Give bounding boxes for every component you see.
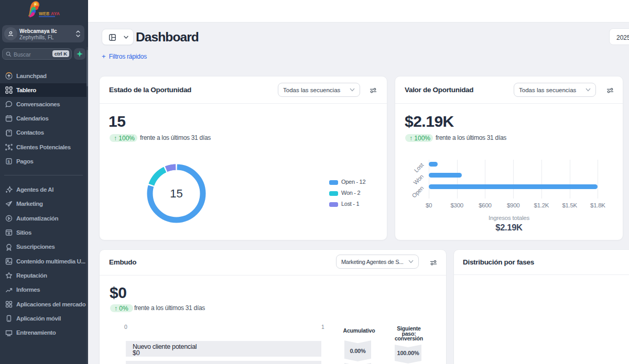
svg-text:AYA: AYA xyxy=(51,11,60,16)
svg-text:WEB: WEB xyxy=(39,11,50,16)
svg-text:$: $ xyxy=(8,159,10,164)
